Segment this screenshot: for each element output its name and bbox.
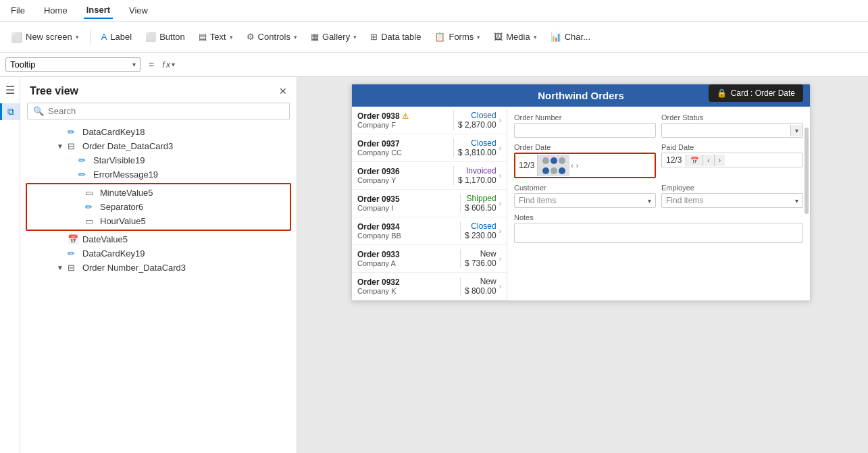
item-label: Separator6 bbox=[100, 202, 284, 212]
property-selector[interactable]: Tooltip ▾ bbox=[5, 57, 141, 72]
customer-find-items[interactable]: Find items ▾ bbox=[514, 193, 656, 208]
toolbar: ⬜ New screen ▾ A Label ⬜ Button ▤ Text ▾… bbox=[0, 22, 868, 53]
tree-item-separator6[interactable]: ✏ Separator6 bbox=[27, 200, 290, 214]
forms-button[interactable]: 📋 Forms ▾ bbox=[429, 29, 486, 45]
divider bbox=[453, 138, 454, 157]
order-item-0935[interactable]: Order 0935 Company I Shipped $ 606.50 › bbox=[352, 190, 507, 217]
tree-item-datacardkey19[interactable]: ✏ DataCardKey19 bbox=[20, 246, 297, 261]
layers-tool-active[interactable]: ⧉ bbox=[0, 103, 20, 120]
tree-content: ✏ DataCardKey18 ▼ ⊟ Order Date_DataCard3… bbox=[20, 125, 297, 453]
order-date-label: Order Date bbox=[514, 143, 656, 151]
order-number-field: Order Number bbox=[514, 113, 656, 138]
media-button[interactable]: 🖼 Media ▾ bbox=[488, 29, 542, 45]
order-number-input[interactable] bbox=[514, 123, 656, 138]
tree-item-ordernumber-datacard3[interactable]: ▼ ⊟ Order Number_DataCard3 bbox=[20, 261, 297, 275]
text-button[interactable]: ▤ Text ▾ bbox=[193, 29, 238, 45]
tree-item-minutevalue5[interactable]: ▭ MinuteValue5 bbox=[27, 186, 290, 200]
dot5 bbox=[551, 167, 557, 174]
tree-item-starvisible19[interactable]: ✏ StarVisible19 bbox=[20, 153, 297, 167]
paid-date-nav-right[interactable]: › bbox=[714, 155, 725, 166]
sep1 bbox=[90, 29, 91, 45]
menu-home[interactable]: Home bbox=[41, 3, 70, 18]
order-status-field: Order Status ▾ bbox=[661, 113, 803, 138]
tree-item-errormessage19[interactable]: ✏ ErrorMessage19 bbox=[20, 167, 297, 182]
hamburger-icon[interactable]: ☰ bbox=[5, 84, 15, 97]
tree-item-datevalue5[interactable]: 📅 DateValue5 bbox=[20, 232, 297, 246]
order-item-0937[interactable]: Order 0937 Company CC Closed $ 3,810.00 … bbox=[352, 134, 507, 162]
divider bbox=[460, 249, 461, 268]
item-label: StarVisible19 bbox=[93, 155, 291, 165]
new-screen-button[interactable]: ⬜ New screen ▾ bbox=[5, 29, 84, 45]
order-company: Company BB bbox=[357, 232, 456, 240]
sidebar-close-button[interactable]: ✕ bbox=[279, 86, 287, 97]
rect-icon: ▭ bbox=[85, 216, 96, 226]
selected-group: ▭ MinuteValue5 ✏ Separator6 ▭ HourValue5 bbox=[26, 183, 291, 231]
find-items-placeholder2: Find items bbox=[666, 196, 703, 205]
sidebar: Tree view ✕ 🔍 ✏ DataCardKey18 ▼ ⊟ Order … bbox=[20, 77, 297, 453]
data-table-button[interactable]: ⊞ Data table bbox=[365, 29, 426, 45]
employee-find-items[interactable]: Find items ▾ bbox=[661, 193, 803, 208]
dot6 bbox=[559, 167, 565, 174]
text-label: Text bbox=[210, 32, 226, 42]
search-input[interactable] bbox=[48, 106, 284, 116]
date-nav-right[interactable]: › bbox=[575, 162, 580, 169]
tree-item-datacardkey18[interactable]: ✏ DataCardKey18 bbox=[20, 125, 297, 139]
chart-button[interactable]: 📊 Char... bbox=[545, 29, 596, 45]
paid-date-nav-left[interactable]: ‹ bbox=[703, 155, 713, 166]
order-item-0938[interactable]: Order 0938⚠ Company F Closed $ 2,870.00 … bbox=[352, 107, 507, 134]
dot3 bbox=[559, 157, 565, 164]
menu-bar: File Home Insert View bbox=[0, 0, 868, 22]
order-chevron-icon: › bbox=[499, 228, 501, 235]
order-status-select[interactable]: ▾ bbox=[661, 123, 803, 138]
label-button[interactable]: A Label bbox=[96, 29, 137, 45]
notes-field: Notes bbox=[514, 213, 803, 243]
order-amount: $ 736.00 bbox=[465, 259, 496, 268]
detail-row-3: Customer Find items ▾ Employee Find item… bbox=[514, 184, 803, 208]
order-date-picker[interactable]: 12/3 ‹ › bbox=[514, 153, 656, 178]
edit-icon: ✏ bbox=[68, 248, 78, 259]
order-chevron-icon: › bbox=[499, 255, 501, 263]
media-chevron: ▾ bbox=[534, 34, 537, 41]
item-label: DataCardKey18 bbox=[82, 127, 291, 137]
order-item-0932[interactable]: Order 0932 Company K New $ 800.00 › bbox=[352, 273, 507, 300]
gallery-button[interactable]: ▦ Gallery ▾ bbox=[305, 29, 362, 45]
order-amount: $ 3,810.00 bbox=[458, 148, 496, 157]
tooltip-text: Card : Order Date bbox=[731, 88, 795, 98]
menu-insert[interactable]: Insert bbox=[84, 2, 113, 19]
order-item-0933[interactable]: Order 0933 Company A New $ 736.00 › bbox=[352, 245, 507, 273]
notes-input[interactable] bbox=[514, 223, 803, 243]
order-status: New bbox=[465, 249, 496, 259]
menu-file[interactable]: File bbox=[8, 3, 28, 18]
new-screen-label: New screen bbox=[26, 32, 72, 42]
expand-icon: ▼ bbox=[57, 264, 63, 271]
date-nav-left[interactable]: ‹ bbox=[569, 162, 574, 169]
tree-item-orderdate-datacard3[interactable]: ▼ ⊟ Order Date_DataCard3 bbox=[20, 139, 297, 153]
order-amount: $ 1,170.00 bbox=[458, 176, 496, 185]
order-item-0934[interactable]: Order 0934 Company BB Closed $ 230.00 › bbox=[352, 217, 507, 245]
find-items-placeholder: Find items bbox=[519, 196, 556, 205]
order-chevron-icon: › bbox=[499, 283, 501, 290]
controls-button[interactable]: ⚙ Controls ▾ bbox=[241, 29, 303, 45]
paid-date-picker[interactable]: 12/3 📅 ‹ › bbox=[661, 153, 803, 167]
item-label: DateValue5 bbox=[82, 234, 291, 244]
order-status: Closed bbox=[458, 138, 496, 148]
order-item-0936[interactable]: Order 0936 Company Y Invoiced $ 1,170.00… bbox=[352, 162, 507, 190]
button-button[interactable]: ⬜ Button bbox=[140, 29, 190, 45]
label-label: Label bbox=[110, 32, 132, 42]
order-chevron-icon: › bbox=[499, 117, 501, 124]
fx-chevron[interactable]: ▾ bbox=[172, 61, 175, 68]
order-status-input[interactable] bbox=[662, 124, 790, 137]
edit-icon: ✏ bbox=[78, 169, 89, 180]
order-number: Order 0933 bbox=[357, 250, 456, 259]
fx-x: x bbox=[166, 59, 171, 70]
tree-item-hourvalue5[interactable]: ▭ HourValue5 bbox=[27, 214, 290, 228]
button-label: Button bbox=[159, 32, 185, 42]
order-status: Closed bbox=[465, 221, 496, 231]
forms-chevron: ▾ bbox=[477, 34, 480, 41]
order-status: Shipped bbox=[465, 194, 496, 203]
paid-date-label: Paid Date bbox=[661, 143, 803, 151]
chart-icon: 📊 bbox=[551, 32, 561, 42]
menu-view[interactable]: View bbox=[126, 3, 151, 18]
order-company: Company K bbox=[357, 287, 456, 295]
data-table-label: Data table bbox=[381, 32, 421, 42]
